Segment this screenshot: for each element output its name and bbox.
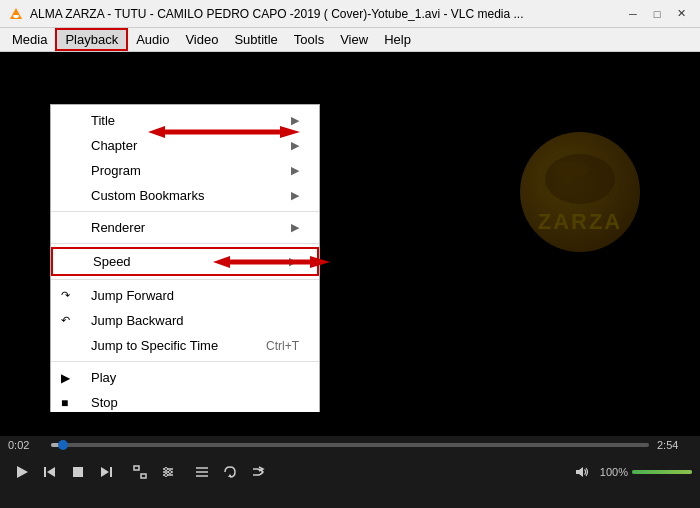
title-bar: ALMA ZARZA - TUTU - CAMILO PEDRO CAPO -2… [0,0,700,28]
menu-custom-bookmarks[interactable]: Custom Bookmarks ▶ [51,183,319,208]
menu-tools[interactable]: Tools [286,28,332,51]
minimize-button[interactable]: ─ [622,4,644,24]
time-elapsed: 0:02 [8,439,43,451]
progress-track[interactable] [51,443,649,447]
menu-audio[interactable]: Audio [128,28,177,51]
svg-point-22 [169,471,172,474]
logo-text: ZARZA [538,209,623,235]
menu-speed[interactable]: Speed ▶ [51,247,319,276]
title-bar-controls: ─ □ ✕ [622,4,692,24]
playlist-button[interactable] [188,458,216,486]
svg-point-23 [165,474,168,477]
volume-bar[interactable] [632,470,692,474]
menu-view[interactable]: View [332,28,376,51]
extra-buttons [188,458,272,486]
close-button[interactable]: ✕ [670,4,692,24]
menu-jump-forward[interactable]: ↷ Jump Forward [51,283,319,308]
progress-thumb [58,440,68,450]
play-pause-button[interactable] [8,458,36,486]
stop-icon: ■ [61,396,68,410]
menu-bar: Media Playback Audio Video Subtitle Tool… [0,28,700,52]
menu-section-navigation: Title ▶ Chapter ▶ Program ▶ Custom Bookm… [51,105,319,212]
menu-chapter[interactable]: Chapter ▶ [51,133,319,158]
menu-stop[interactable]: ■ Stop [51,390,319,412]
svg-marker-27 [228,474,232,477]
svg-rect-16 [134,466,139,470]
menu-section-playback-controls: ▶ Play ■ Stop ⏮ Previous ⏭ Next ● Record [51,362,319,412]
svg-rect-2 [14,17,18,18]
svg-rect-14 [110,467,112,477]
submenu-arrow: ▶ [289,255,297,268]
menu-program[interactable]: Program ▶ [51,158,319,183]
menu-play[interactable]: ▶ Play [51,365,319,390]
submenu-arrow: ▶ [291,114,299,127]
playback-buttons [8,458,120,486]
svg-point-21 [165,468,168,471]
menu-video[interactable]: Video [177,28,226,51]
progress-bar-container: 0:02 2:54 [0,436,700,454]
svg-point-3 [545,154,615,204]
menu-section-renderer: Renderer ▶ [51,212,319,244]
svg-rect-13 [73,467,83,477]
submenu-arrow: ▶ [291,164,299,177]
media-controls: 0:02 2:54 [0,436,700,508]
menu-section-speed: Speed ▶ [51,244,319,280]
submenu-arrow: ▶ [291,139,299,152]
jump-forward-icon: ↷ [61,289,70,302]
svg-rect-1 [13,15,19,17]
prev-track-button[interactable] [36,458,64,486]
volume-area: 100% [568,458,692,486]
menu-help[interactable]: Help [376,28,419,51]
volume-percent: 100% [600,466,628,478]
video-logo: ZARZA [520,132,640,252]
shuffle-button[interactable] [244,458,272,486]
controls-row: 100% [0,454,700,490]
video-area: ZARZA Title ▶ Chapter ▶ Program ▶ Custom… [0,52,700,412]
menu-title[interactable]: Title ▶ [51,108,319,133]
stop-button[interactable] [64,458,92,486]
jump-backward-icon: ↶ [61,314,70,327]
time-total: 2:54 [657,439,692,451]
title-bar-left: ALMA ZARZA - TUTU - CAMILO PEDRO CAPO -2… [8,6,524,22]
menu-renderer[interactable]: Renderer ▶ [51,215,319,240]
svg-marker-12 [47,467,55,477]
menu-jump-backward[interactable]: ↶ Jump Backward [51,308,319,333]
submenu-arrow: ▶ [291,189,299,202]
vlc-icon [8,6,24,22]
play-icon: ▶ [61,371,70,385]
window-title: ALMA ZARZA - TUTU - CAMILO PEDRO CAPO -2… [30,7,524,21]
svg-rect-11 [44,467,46,477]
svg-marker-15 [101,467,109,477]
playback-dropdown-menu: Title ▶ Chapter ▶ Program ▶ Custom Bookm… [50,104,320,412]
submenu-arrow: ▶ [291,221,299,234]
next-track-button[interactable] [92,458,120,486]
menu-subtitle[interactable]: Subtitle [226,28,285,51]
shortcut-ctrl-t: Ctrl+T [266,339,299,353]
svg-rect-17 [141,474,146,478]
volume-icon[interactable] [568,458,596,486]
menu-section-jump: ↷ Jump Forward ↶ Jump Backward Jump to S… [51,280,319,362]
fullscreen-button[interactable] [126,458,154,486]
menu-media[interactable]: Media [4,28,55,51]
view-buttons [126,458,182,486]
loop-button[interactable] [216,458,244,486]
menu-playback[interactable]: Playback [55,28,128,51]
svg-marker-30 [576,467,583,477]
volume-fill [632,470,692,474]
menu-jump-specific-time[interactable]: Jump to Specific Time Ctrl+T [51,333,319,358]
svg-marker-10 [17,466,28,478]
extended-settings-button[interactable] [154,458,182,486]
maximize-button[interactable]: □ [646,4,668,24]
